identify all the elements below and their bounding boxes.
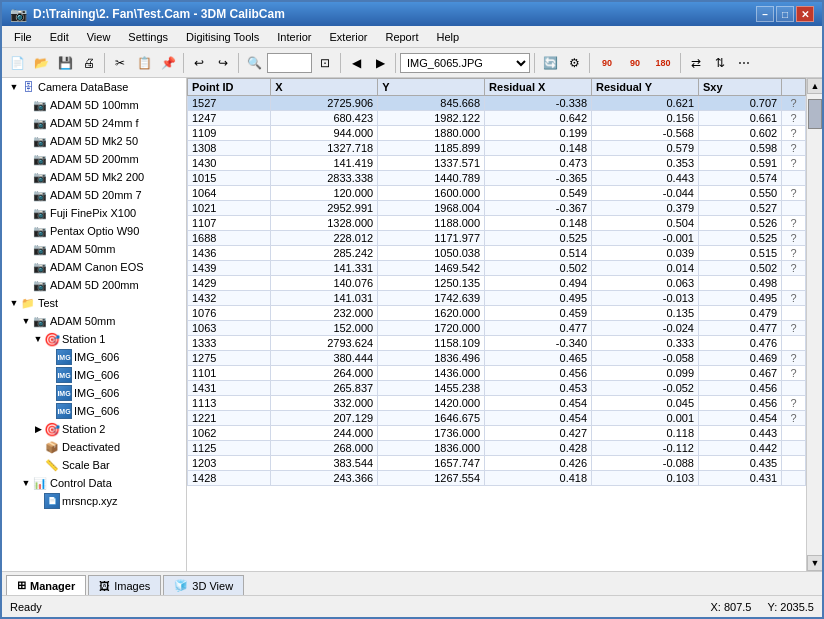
rotate-180-button[interactable]: 180 — [650, 52, 676, 74]
sidebar-item-deactivated[interactable]: ▶ 📦 Deactivated — [2, 438, 186, 456]
sidebar-item-adam-50mm[interactable]: ▶ 📷 ADAM 50mm — [2, 240, 186, 258]
save-button[interactable]: 💾 — [54, 52, 76, 74]
sidebar-item-adam-5d-200mm-2[interactable]: ▶ 📷 ADAM 5D 200mm — [2, 276, 186, 294]
table-row[interactable]: 1429 140.076 1250.135 0.494 0.063 0.498 — [188, 276, 806, 291]
table-row[interactable]: 1076 232.000 1620.000 0.459 0.135 0.479 — [188, 306, 806, 321]
table-row[interactable]: 1436 285.242 1050.038 0.514 0.039 0.515 … — [188, 246, 806, 261]
sidebar-item-img-3[interactable]: ▶ IMG IMG_606 — [2, 384, 186, 402]
open-button[interactable]: 📂 — [30, 52, 52, 74]
redo-button[interactable]: ↪ — [212, 52, 234, 74]
prev-button[interactable]: ◀ — [345, 52, 367, 74]
toggle-station-1[interactable]: ▼ — [32, 333, 44, 345]
sidebar-item-station-2[interactable]: ▶ 🎯 Station 2 — [2, 420, 186, 438]
table-row[interactable]: 1062 244.000 1736.000 0.427 0.118 0.443 — [188, 426, 806, 441]
scroll-track[interactable] — [807, 94, 822, 555]
table-row[interactable]: 1527 2725.906 845.668 -0.338 0.621 0.707… — [188, 96, 806, 111]
mirror-button[interactable]: ⇅ — [709, 52, 731, 74]
table-row[interactable]: 1101 264.000 1436.000 0.456 0.099 0.467 … — [188, 366, 806, 381]
table-row[interactable]: 1431 265.837 1455.238 0.453 -0.052 0.456 — [188, 381, 806, 396]
scroll-up-arrow[interactable]: ▲ — [807, 78, 822, 94]
table-row[interactable]: 1221 207.129 1646.675 0.454 0.001 0.454 … — [188, 411, 806, 426]
table-row[interactable]: 1021 2952.991 1968.004 -0.367 0.379 0.52… — [188, 201, 806, 216]
cut-button[interactable]: ✂ — [109, 52, 131, 74]
toggle-test[interactable]: ▼ — [8, 297, 20, 309]
vertical-scrollbar[interactable]: ▲ ▼ — [806, 78, 822, 571]
undo-button[interactable]: ↩ — [188, 52, 210, 74]
sidebar-item-adam-50mm-test[interactable]: ▼ 📷 ADAM 50mm — [2, 312, 186, 330]
print-button[interactable]: 🖨 — [78, 52, 100, 74]
minimize-button[interactable]: – — [756, 6, 774, 22]
sidebar-item-scale-bar[interactable]: ▶ 📏 Scale Bar — [2, 456, 186, 474]
tab-images[interactable]: 🖼 Images — [88, 575, 161, 595]
toggle-control-data[interactable]: ▼ — [20, 477, 32, 489]
menu-edit[interactable]: Edit — [42, 29, 77, 45]
sidebar-item-control-data[interactable]: ▼ 📊 Control Data — [2, 474, 186, 492]
copy-button[interactable]: 📋 — [133, 52, 155, 74]
menu-exterior[interactable]: Exterior — [322, 29, 376, 45]
paste-button[interactable]: 📌 — [157, 52, 179, 74]
scroll-down-arrow[interactable]: ▼ — [807, 555, 822, 571]
table-row[interactable]: 1107 1328.000 1188.000 0.148 0.504 0.526… — [188, 216, 806, 231]
table-row[interactable]: 1430 141.419 1337.571 0.473 0.353 0.591 … — [188, 156, 806, 171]
rotate-90-button[interactable]: 90 — [594, 52, 620, 74]
sidebar-item-img-1[interactable]: ▶ IMG IMG_606 — [2, 348, 186, 366]
cell-rx: 0.502 — [485, 261, 592, 276]
menu-interior[interactable]: Interior — [269, 29, 319, 45]
menu-settings[interactable]: Settings — [120, 29, 176, 45]
table-row[interactable]: 1063 152.000 1720.000 0.477 -0.024 0.477… — [188, 321, 806, 336]
image-selector[interactable]: IMG_6065.JPG — [400, 53, 530, 73]
tab-3dview[interactable]: 🧊 3D View — [163, 575, 244, 595]
table-row[interactable]: 1333 2793.624 1158.109 -0.340 0.333 0.47… — [188, 336, 806, 351]
sidebar-item-img-4[interactable]: ▶ IMG IMG_606 — [2, 402, 186, 420]
zoom-input[interactable]: 100 — [267, 53, 312, 73]
sidebar-item-adam-5d-24mm[interactable]: ▶ 📷 ADAM 5D 24mm f — [2, 114, 186, 132]
sidebar-item-mrsncp[interactable]: ▶ 📄 mrsncp.xyz — [2, 492, 186, 510]
flip-button[interactable]: ⇄ — [685, 52, 707, 74]
more-button[interactable]: ⋯ — [733, 52, 755, 74]
scroll-thumb[interactable] — [808, 99, 822, 129]
table-row[interactable]: 1109 944.000 1880.000 0.199 -0.568 0.602… — [188, 126, 806, 141]
table-row[interactable]: 1125 268.000 1836.000 0.428 -0.112 0.442 — [188, 441, 806, 456]
menu-report[interactable]: Report — [377, 29, 426, 45]
new-button[interactable]: 📄 — [6, 52, 28, 74]
sidebar-item-adam-5d-mk2-50[interactable]: ▶ 📷 ADAM 5D Mk2 50 — [2, 132, 186, 150]
table-row[interactable]: 1015 2833.338 1440.789 -0.365 0.443 0.57… — [188, 171, 806, 186]
sidebar-item-camera-database[interactable]: ▼ 🗄 Camera DataBase — [2, 78, 186, 96]
table-row[interactable]: 1064 120.000 1600.000 0.549 -0.044 0.550… — [188, 186, 806, 201]
sidebar-item-adam-5d-200mm[interactable]: ▶ 📷 ADAM 5D 200mm — [2, 150, 186, 168]
zoom-in-button[interactable]: 🔍 — [243, 52, 265, 74]
maximize-button[interactable]: □ — [776, 6, 794, 22]
table-row[interactable]: 1439 141.331 1469.542 0.502 0.014 0.502 … — [188, 261, 806, 276]
refresh-button[interactable]: 🔄 — [539, 52, 561, 74]
sidebar-item-station-1[interactable]: ▼ 🎯 Station 1 — [2, 330, 186, 348]
table-row[interactable]: 1688 228.012 1171.977 0.525 -0.001 0.525… — [188, 231, 806, 246]
rotate-90b-button[interactable]: 90 — [622, 52, 648, 74]
table-row[interactable]: 1275 380.444 1836.496 0.465 -0.058 0.469… — [188, 351, 806, 366]
next-button[interactable]: ▶ — [369, 52, 391, 74]
sidebar-item-fuji[interactable]: ▶ 📷 Fuji FinePix X100 — [2, 204, 186, 222]
table-row[interactable]: 1428 243.366 1267.554 0.418 0.103 0.431 — [188, 471, 806, 486]
close-button[interactable]: ✕ — [796, 6, 814, 22]
toggle-station-2[interactable]: ▶ — [32, 423, 44, 435]
tab-manager[interactable]: ⊞ Manager — [6, 575, 86, 595]
menu-view[interactable]: View — [79, 29, 119, 45]
sidebar-item-adam-5d-100mm[interactable]: ▶ 📷 ADAM 5D 100mm — [2, 96, 186, 114]
toggle-camera-database[interactable]: ▼ — [8, 81, 20, 93]
menu-help[interactable]: Help — [428, 29, 467, 45]
sidebar-item-canon-eos[interactable]: ▶ 📷 ADAM Canon EOS — [2, 258, 186, 276]
menu-digitising-tools[interactable]: Digitising Tools — [178, 29, 267, 45]
sidebar-item-test[interactable]: ▼ 📁 Test — [2, 294, 186, 312]
sidebar-item-adam-5d-mk2-200[interactable]: ▶ 📷 ADAM 5D Mk2 200 — [2, 168, 186, 186]
table-row[interactable]: 1308 1327.718 1185.899 0.148 0.579 0.598… — [188, 141, 806, 156]
table-row[interactable]: 1113 332.000 1420.000 0.454 0.045 0.456 … — [188, 396, 806, 411]
table-row[interactable]: 1247 680.423 1982.122 0.642 0.156 0.661 … — [188, 111, 806, 126]
table-row[interactable]: 1203 383.544 1657.747 0.426 -0.088 0.435 — [188, 456, 806, 471]
sidebar-item-adam-5d-20mm[interactable]: ▶ 📷 ADAM 5D 20mm 7 — [2, 186, 186, 204]
sidebar-item-pentax[interactable]: ▶ 📷 Pentax Optio W90 — [2, 222, 186, 240]
settings-button[interactable]: ⚙ — [563, 52, 585, 74]
table-row[interactable]: 1432 141.031 1742.639 0.495 -0.013 0.495… — [188, 291, 806, 306]
toggle-adam-50mm-test[interactable]: ▼ — [20, 315, 32, 327]
sidebar-item-img-2[interactable]: ▶ IMG IMG_606 — [2, 366, 186, 384]
zoom-fit-button[interactable]: ⊡ — [314, 52, 336, 74]
menu-file[interactable]: File — [6, 29, 40, 45]
